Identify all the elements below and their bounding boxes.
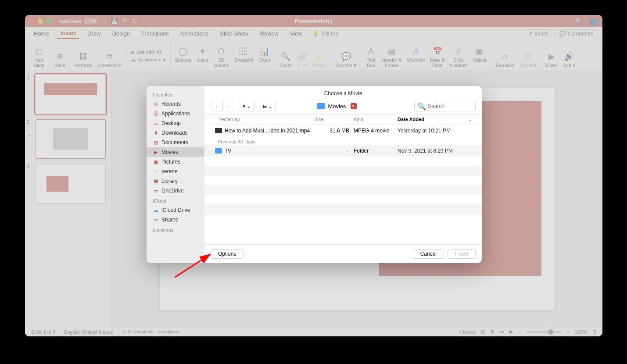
zoom-out-icon[interactable]: − — [518, 329, 521, 335]
link-button[interactable]: 🔗Link — [297, 51, 308, 68]
tab-review[interactable]: Review — [256, 29, 282, 39]
slide-panel[interactable]: 1 2 ★ 3 — [25, 70, 112, 327]
textbox-button[interactable]: AText Box — [365, 46, 376, 68]
tab-home[interactable]: Home — [30, 29, 53, 39]
back-button[interactable]: ‹ — [211, 101, 222, 111]
col-date-header[interactable]: Date Added⌄ — [398, 117, 477, 122]
tell-me[interactable]: 💡Tell me — [312, 30, 339, 37]
screenshot-button[interactable]: ⧉Screenshot — [97, 51, 122, 68]
zoom-percent[interactable]: 108% — [575, 329, 587, 335]
slide-thumb-3[interactable]: 3 — [29, 164, 107, 203]
my-addins-button[interactable]: ☁ My Add-ins ▾ — [131, 57, 165, 63]
sidebar-pictures[interactable]: ▣Pictures — [147, 157, 204, 167]
cloud-icon: ☁ — [153, 207, 159, 213]
menubar: Home Insert Draw Design Transitions Anim… — [25, 27, 602, 40]
new-slide-button[interactable]: ▢New Slide — [34, 46, 44, 68]
sorter-view-icon[interactable]: ⊞ — [491, 329, 494, 335]
sidebar-desktop[interactable]: ▭Desktop — [147, 118, 204, 128]
sidebar-onedrive[interactable]: ▭OneDrive — [147, 186, 204, 196]
symbol-button[interactable]: ΩSymbol — [520, 51, 536, 68]
file-row-tv-folder[interactable]: TV -- Folder Nov 9, 2021 at 8:29 PM — [204, 145, 482, 157]
zoom-slider[interactable] — [526, 331, 561, 333]
search-input[interactable] — [428, 103, 473, 109]
sidebar-shared[interactable]: ▭Shared — [147, 215, 204, 225]
notes-button[interactable]: ≡ Notes — [459, 329, 476, 335]
sidebar-serene[interactable]: ⌂serene — [147, 167, 204, 176]
comments-button[interactable]: 💬Comments — [555, 29, 597, 38]
slideshow-view-icon[interactable]: ▶ — [509, 329, 513, 335]
search-box[interactable]: 🔍 — [414, 101, 476, 111]
location-dropdown[interactable]: Movies ⇅ — [315, 102, 359, 111]
library-icon: 🏛 — [153, 178, 159, 184]
forward-button[interactable]: › — [222, 101, 234, 111]
col-size-header[interactable]: Size — [314, 117, 349, 122]
object-button[interactable]: ▣Object — [473, 46, 487, 68]
col-name-header[interactable]: Yesterday — [210, 117, 314, 122]
close-icon[interactable] — [29, 18, 35, 24]
col-kind-header[interactable]: Kind — [349, 117, 398, 122]
smartart-button[interactable]: ⿲SmartArt — [234, 46, 253, 68]
options-button[interactable]: Options — [211, 249, 244, 259]
list-view-button[interactable]: ≡ ⌄ — [239, 101, 254, 111]
comment-button[interactable]: 💬Comment — [336, 51, 357, 68]
addins-icon: ⊕ — [131, 50, 135, 55]
file-row-mp4[interactable]: How to Add Musi…ideo in 2021.mp4 31.6 MB… — [204, 125, 482, 136]
accessibility-indicator[interactable]: ✓ Accessibility: Investigate — [122, 329, 180, 335]
home-icon[interactable]: ⌂ — [102, 18, 106, 25]
tab-draw[interactable]: Draw — [84, 29, 104, 39]
sidebar-icloud-drive[interactable]: ☁iCloud Drive — [147, 205, 204, 215]
sidebar-downloads[interactable]: ⬇Downloads — [147, 128, 204, 138]
slide-thumb-2[interactable]: 2 ★ — [29, 119, 107, 159]
search-icon[interactable]: 🔍 — [574, 17, 583, 25]
tab-design[interactable]: Design — [108, 29, 133, 39]
tab-animations[interactable]: Animations — [177, 29, 212, 39]
chart-button[interactable]: 📊Chart — [258, 46, 270, 68]
zoom-button[interactable]: 🔍Zoom — [279, 51, 292, 68]
slide-thumb-1[interactable]: 1 — [29, 75, 107, 114]
wordart-button[interactable]: AWordArt — [407, 46, 425, 68]
share-button[interactable]: ↗Share — [524, 29, 552, 38]
sidebar-documents[interactable]: ▤Documents — [147, 138, 204, 147]
tab-slideshow[interactable]: Slide Show — [216, 29, 252, 39]
reading-view-icon[interactable]: ▭ — [500, 329, 504, 335]
fit-window-icon[interactable]: ⊡ — [592, 329, 596, 335]
audio-button[interactable]: 🔊Audio — [563, 51, 575, 68]
tab-view[interactable]: View — [287, 29, 306, 39]
table-button[interactable]: ⊞Table — [54, 51, 65, 68]
maximize-icon[interactable] — [46, 18, 51, 24]
cancel-button[interactable]: Cancel — [413, 249, 444, 259]
undo-icon[interactable]: ↶ — [122, 18, 128, 25]
shapes-icon: ◯ — [178, 46, 188, 57]
video-button[interactable]: ▶Video — [545, 51, 558, 68]
sidebar-library[interactable]: 🏛Library — [147, 176, 204, 186]
tab-transitions[interactable]: Transitions — [138, 29, 172, 39]
normal-view-icon[interactable]: ▥ — [481, 329, 485, 335]
zoom-in-icon[interactable]: + — [566, 329, 569, 335]
equation-button[interactable]: πEquation — [496, 51, 515, 68]
3d-models-button[interactable]: ⬡3D Models — [213, 46, 229, 68]
get-addins-button[interactable]: ⊕ Get Add-ins — [131, 50, 165, 55]
insert-button[interactable]: Insert — [448, 249, 476, 259]
datetime-button[interactable]: 📅Date & Time — [430, 46, 445, 68]
save-icon[interactable]: 💾 — [111, 18, 118, 25]
action-button[interactable]: ⚡Action — [313, 51, 326, 68]
group-view-button[interactable]: ⊟ ⌄ — [259, 101, 276, 111]
redo-icon[interactable]: ↻ — [132, 18, 137, 25]
language-indicator[interactable]: English (United States) — [64, 329, 114, 335]
shapes-button[interactable]: ◯Shapes — [175, 46, 191, 68]
sidebar-recents[interactable]: ◷Recents — [147, 99, 204, 109]
icons-button[interactable]: ✦Icons — [197, 46, 208, 68]
autosave-toggle[interactable]: AutoSave OFF — [58, 18, 97, 24]
minimize-icon[interactable] — [38, 18, 43, 24]
file-header[interactable]: Yesterday Size Kind Date Added⌄ — [204, 114, 482, 125]
tab-insert[interactable]: Insert — [57, 28, 79, 39]
pictures-button[interactable]: 🖼Pictures — [75, 51, 92, 68]
headerfooter-button[interactable]: ▤Header & Footer — [381, 46, 401, 68]
sidebar-movies[interactable]: ▶Movies — [147, 147, 204, 157]
sidebar-applications[interactable]: ⒶApplications — [147, 109, 204, 118]
slide-indicator[interactable]: Slide 1 of 3 — [31, 329, 55, 335]
file-list[interactable]: Yesterday Size Kind Date Added⌄ How to A… — [204, 114, 482, 244]
more-icon[interactable]: ⋯ — [142, 18, 148, 25]
share-top-icon[interactable]: 👥 — [589, 17, 598, 25]
slidenumber-button[interactable]: #Slide Number — [450, 46, 467, 68]
